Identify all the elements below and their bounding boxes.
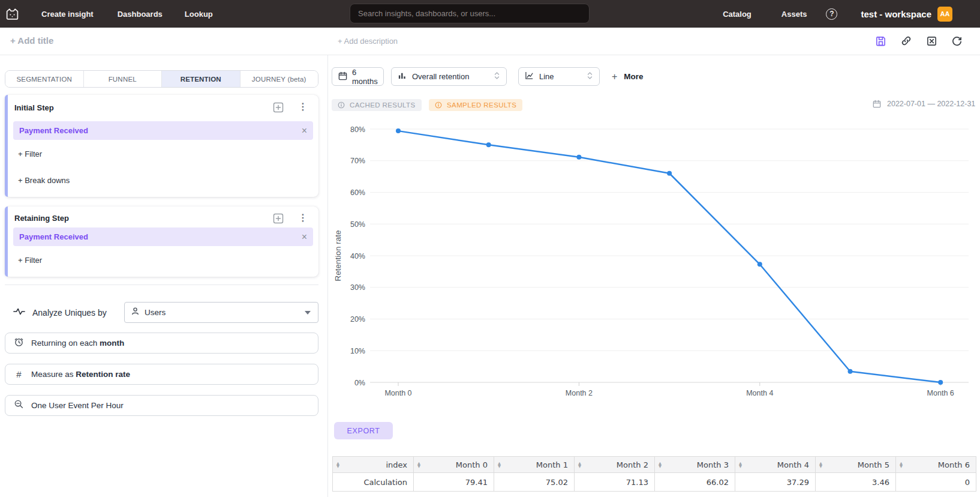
measure-as-button[interactable]: # Measure as Retention rate: [5, 364, 318, 385]
svg-text:0%: 0%: [354, 379, 365, 387]
cell-month0: 79.41: [414, 473, 494, 492]
app-root: Create insight Dashboards Lookup Catalog…: [0, 0, 980, 497]
nav-create-insight[interactable]: Create insight: [41, 10, 94, 19]
svg-text:10%: 10%: [350, 347, 365, 355]
date-window-button[interactable]: 6 months: [332, 67, 384, 86]
plus-icon: +: [612, 71, 617, 82]
initial-step-event[interactable]: Payment Received ×: [13, 121, 313, 140]
svg-text:50%: 50%: [350, 220, 365, 229]
chevron-down-icon: [305, 311, 311, 315]
info-icon: [435, 101, 442, 109]
svg-text:20%: 20%: [350, 315, 365, 324]
select-chevrons-icon: [494, 71, 500, 83]
add-step-icon[interactable]: [273, 102, 284, 115]
tab-retention[interactable]: RETENTION: [161, 71, 240, 87]
sort-icon: ▲▼: [417, 462, 420, 468]
nav-lookup[interactable]: Lookup: [185, 10, 213, 19]
remove-event-icon[interactable]: ×: [302, 125, 307, 136]
svg-text:80%: 80%: [350, 125, 365, 134]
initial-step-card: Initial Step ⋮ Payment Received × + Filt…: [5, 95, 318, 197]
workspace-name[interactable]: test - workspace: [861, 9, 931, 19]
line-chart-icon: [525, 71, 534, 82]
retention-chart[interactable]: 0%10%20%30%40%50%60%70%80%Month 0Month 2…: [332, 111, 980, 399]
step-menu-icon[interactable]: ⋮: [298, 101, 308, 113]
cat-logo-icon[interactable]: [5, 7, 20, 21]
save-icon[interactable]: [875, 35, 886, 47]
nav-dashboards[interactable]: Dashboards: [118, 10, 163, 19]
chart-type-value: Line: [539, 72, 554, 81]
col-header-month6[interactable]: ▲▼Month 6: [896, 457, 976, 473]
cell-month2: 71.13: [575, 473, 655, 492]
col-header-month3[interactable]: ▲▼Month 3: [655, 457, 735, 473]
step-menu-icon[interactable]: ⋮: [298, 212, 308, 224]
initial-step-title: Initial Step: [14, 103, 54, 112]
returning-interval-button[interactable]: Returning on each month: [5, 333, 318, 354]
add-description-input[interactable]: + Add description: [338, 37, 398, 46]
one-event-per-hour-button[interactable]: One User Event Per Hour: [5, 395, 318, 416]
sort-icon: ▲▼: [739, 462, 742, 468]
export-button[interactable]: EXPORT: [334, 422, 393, 439]
cached-results-badge: CACHED RESULTS: [332, 99, 422, 111]
add-breakdown-button[interactable]: + Break downs: [18, 176, 70, 185]
add-filter-button[interactable]: + Filter: [18, 256, 42, 265]
tab-journey[interactable]: JOURNEY (beta): [240, 71, 318, 87]
event-label: Payment Received: [19, 232, 88, 241]
avatar[interactable]: AA: [937, 7, 952, 22]
retaining-step-event[interactable]: Payment Received ×: [13, 227, 313, 246]
svg-text:Month 4: Month 4: [746, 389, 773, 397]
info-icon: [338, 101, 345, 109]
refresh-icon[interactable]: [951, 35, 963, 47]
add-step-icon[interactable]: [273, 213, 284, 226]
chart-type-select[interactable]: Line: [518, 67, 600, 86]
cell-index: Calculation: [333, 473, 414, 492]
col-header-month2[interactable]: ▲▼Month 2: [575, 457, 655, 473]
col-header-index[interactable]: ▲▼index: [333, 457, 414, 473]
clear-icon[interactable]: [926, 35, 937, 47]
cell-month4: 37.29: [735, 473, 816, 492]
col-header-month0[interactable]: ▲▼Month 0: [414, 457, 494, 473]
pulse-icon: [13, 307, 25, 319]
event-label: Payment Received: [19, 126, 88, 135]
report-type-tabs: SEGMENTATION FUNNEL RETENTION JOURNEY (b…: [5, 70, 318, 88]
sort-icon: ▲▼: [578, 462, 581, 468]
zoom-out-icon: [14, 399, 24, 412]
svg-text:Month 0: Month 0: [384, 389, 411, 397]
copy-link-icon[interactable]: [900, 35, 912, 47]
sort-icon: ▲▼: [819, 462, 822, 468]
svg-text:60%: 60%: [350, 188, 365, 197]
tab-segmentation[interactable]: SEGMENTATION: [5, 71, 83, 87]
svg-text:Retention rate: Retention rate: [333, 230, 342, 282]
returning-interval-label: Returning on each month: [31, 339, 124, 348]
left-panel-divider: [5, 285, 318, 285]
add-title-input[interactable]: + Add title: [10, 35, 53, 46]
sort-icon: ▲▼: [659, 462, 662, 468]
retaining-step-card: Retaining Step ⋮ Payment Received × + Fi…: [5, 206, 318, 277]
col-header-month5[interactable]: ▲▼Month 5: [816, 457, 896, 473]
cell-month3: 66.02: [655, 473, 735, 492]
retaining-step-title: Retaining Step: [14, 214, 69, 223]
more-button[interactable]: + More: [612, 67, 644, 86]
analyze-entity-value: Users: [145, 308, 166, 317]
analyze-entity-select[interactable]: Users: [124, 302, 318, 323]
bar-chart-icon: [398, 71, 407, 82]
col-header-month4[interactable]: ▲▼Month 4: [735, 457, 816, 473]
one-event-label: One User Event Per Hour: [31, 401, 124, 410]
nav-catalog[interactable]: Catalog: [723, 10, 751, 19]
add-filter-button[interactable]: + Filter: [18, 149, 42, 158]
tab-funnel[interactable]: FUNNEL: [83, 71, 162, 87]
calendar-icon: [873, 100, 881, 108]
col-header-month1[interactable]: ▲▼Month 1: [494, 457, 575, 473]
retention-type-select[interactable]: Overall retention: [391, 67, 507, 86]
hash-icon: #: [14, 369, 24, 379]
sort-icon: ▲▼: [498, 462, 501, 468]
cell-month5: 3.46: [816, 473, 896, 492]
search-input[interactable]: [350, 4, 590, 23]
help-icon[interactable]: ?: [826, 8, 837, 20]
cell-month1: 75.02: [494, 473, 575, 492]
results-table: ▲▼index ▲▼Month 0 ▲▼Month 1 ▲▼Month 2 ▲▼…: [332, 456, 976, 492]
remove-event-icon[interactable]: ×: [302, 232, 307, 242]
svg-text:30%: 30%: [350, 283, 365, 292]
table-header-row: ▲▼index ▲▼Month 0 ▲▼Month 1 ▲▼Month 2 ▲▼…: [333, 457, 976, 473]
nav-assets[interactable]: Assets: [781, 10, 807, 19]
svg-text:70%: 70%: [350, 157, 365, 165]
